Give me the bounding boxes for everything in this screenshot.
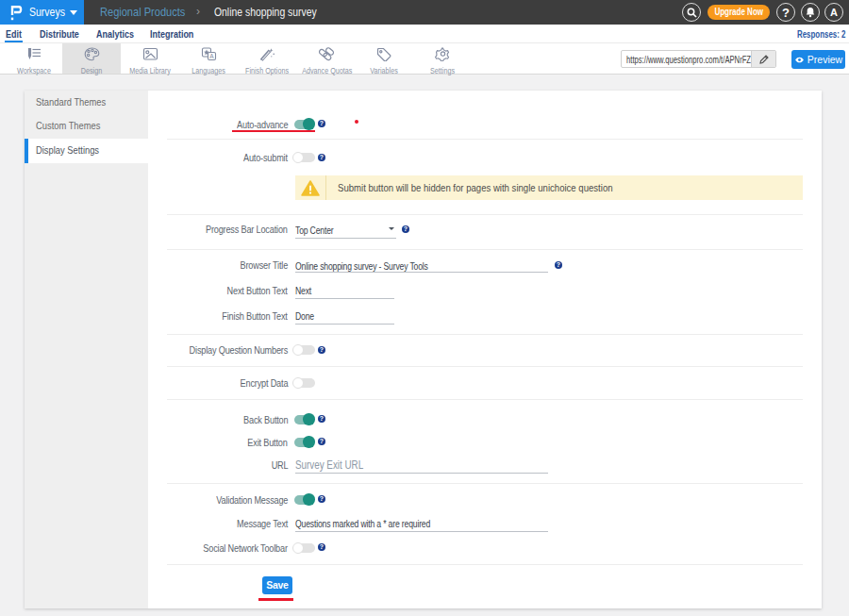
svg-text:A: A [209,53,214,59]
